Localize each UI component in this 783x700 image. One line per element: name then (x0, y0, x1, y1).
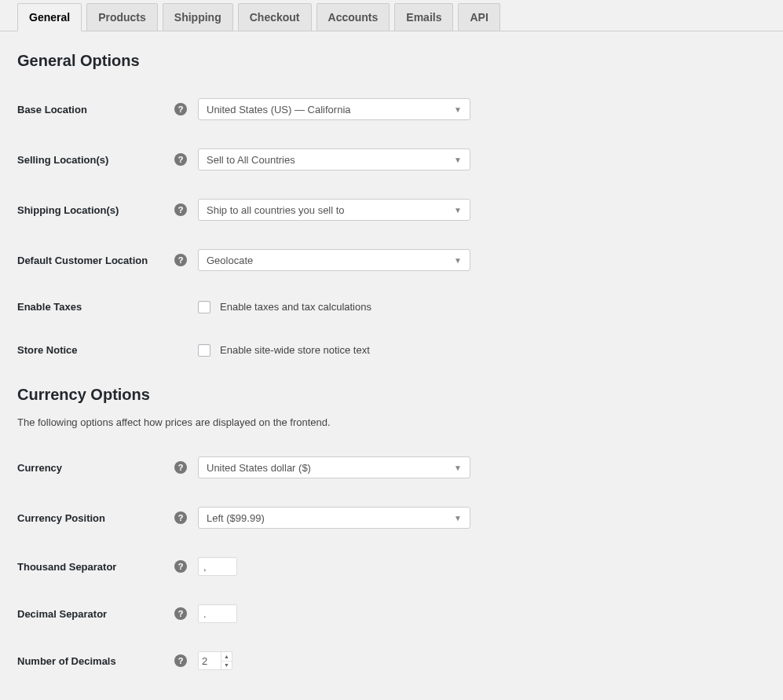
currency-label: Currency (17, 442, 174, 493)
general-options-table: Base Location ? United States (US) — Cal… (17, 84, 766, 372)
number-of-decimals-input[interactable] (199, 652, 221, 669)
currency-position-label: Currency Position (17, 493, 174, 543)
help-icon[interactable]: ? (174, 153, 187, 166)
store-notice-checkbox-label: Enable site-wide store notice text (220, 344, 370, 356)
selling-locations-select[interactable]: Sell to All Countries ▼ (198, 148, 470, 170)
currency-value: United States dollar ($) (207, 462, 311, 474)
help-icon[interactable]: ? (174, 254, 187, 266)
default-customer-location-label: Default Customer Location (17, 235, 174, 285)
tab-shipping[interactable]: Shipping (163, 3, 233, 31)
settings-tabs: General Products Shipping Checkout Accou… (0, 3, 783, 31)
currency-select[interactable]: United States dollar ($) ▼ (198, 456, 470, 478)
thousand-separator-input[interactable] (198, 557, 237, 576)
chevron-down-icon: ▼ (454, 105, 462, 114)
decimal-separator-label: Decimal Separator (17, 590, 174, 637)
spinner: ▲ ▼ (221, 652, 232, 669)
spinner-up-icon[interactable]: ▲ (221, 652, 232, 662)
store-notice-label: Store Notice (17, 328, 174, 372)
currency-options-heading: Currency Options (17, 386, 766, 404)
currency-position-value: Left ($99.99) (207, 512, 265, 524)
general-options-heading: General Options (17, 52, 766, 70)
tab-accounts[interactable]: Accounts (316, 3, 390, 31)
help-icon[interactable]: ? (174, 560, 187, 573)
chevron-down-icon: ▼ (454, 156, 462, 164)
help-icon[interactable]: ? (174, 511, 187, 524)
currency-options-table: Currency ? United States dollar ($) ▼ Cu… (17, 442, 766, 684)
decimal-separator-input[interactable] (198, 604, 237, 623)
enable-taxes-checkbox[interactable] (198, 301, 210, 313)
default-customer-location-value: Geolocate (207, 255, 253, 266)
base-location-label: Base Location (17, 84, 174, 134)
chevron-down-icon: ▼ (454, 206, 462, 214)
chevron-down-icon: ▼ (454, 256, 462, 265)
tab-checkout[interactable]: Checkout (238, 3, 312, 31)
shipping-locations-value: Ship to all countries you sell to (207, 204, 345, 216)
enable-taxes-label: Enable Taxes (17, 285, 174, 328)
number-of-decimals-label: Number of Decimals (17, 637, 174, 684)
chevron-down-icon: ▼ (454, 514, 462, 522)
selling-locations-value: Sell to All Countries (207, 154, 295, 166)
help-icon[interactable]: ? (174, 103, 187, 115)
shipping-locations-label: Shipping Location(s) (17, 185, 174, 235)
default-customer-location-select[interactable]: Geolocate ▼ (198, 249, 470, 271)
tab-api[interactable]: API (458, 3, 499, 31)
spinner-down-icon[interactable]: ▼ (221, 662, 232, 670)
help-icon[interactable]: ? (174, 203, 187, 216)
selling-locations-label: Selling Location(s) (17, 134, 174, 185)
shipping-locations-select[interactable]: Ship to all countries you sell to ▼ (198, 199, 470, 221)
currency-position-select[interactable]: Left ($99.99) ▼ (198, 507, 470, 529)
tab-products[interactable]: Products (86, 3, 158, 31)
chevron-down-icon: ▼ (454, 464, 462, 472)
currency-options-desc: The following options affect how prices … (17, 416, 766, 428)
number-of-decimals-stepper[interactable]: ▲ ▼ (198, 651, 232, 670)
tab-emails[interactable]: Emails (394, 3, 453, 31)
help-icon[interactable]: ? (174, 654, 187, 667)
help-icon[interactable]: ? (174, 461, 187, 474)
store-notice-checkbox[interactable] (198, 344, 210, 357)
help-icon[interactable]: ? (174, 607, 187, 620)
base-location-value: United States (US) — California (207, 104, 351, 115)
base-location-select[interactable]: United States (US) — California ▼ (198, 98, 470, 120)
enable-taxes-checkbox-label: Enable taxes and tax calculations (220, 301, 371, 313)
tab-general[interactable]: General (17, 3, 82, 31)
thousand-separator-label: Thousand Separator (17, 543, 174, 590)
